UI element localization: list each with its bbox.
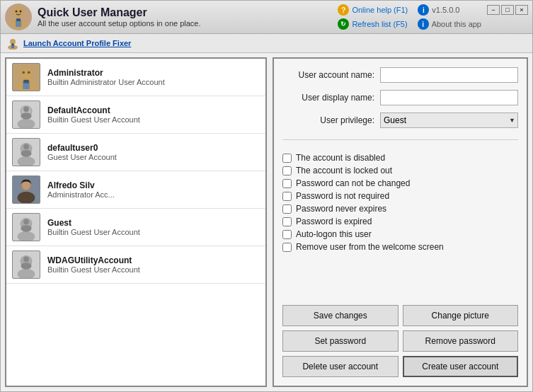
checkbox-not-required[interactable]: Password is not required <box>282 191 518 201</box>
close-button[interactable]: × <box>515 5 528 15</box>
user-item[interactable]: DefaultAccount Builtin Guest User Accoun… <box>6 96 265 134</box>
checkbox-locked-input[interactable] <box>282 166 292 175</box>
svg-point-27 <box>18 192 35 204</box>
change-picture-button[interactable]: Change picture <box>403 305 519 326</box>
checkbox-disabled-label: The account is disabled <box>296 153 385 163</box>
account-name-label: User account name: <box>282 70 374 80</box>
checkbox-expired[interactable]: Password is expired <box>282 217 518 226</box>
svg-point-24 <box>21 150 31 157</box>
window-controls: − □ × <box>487 4 528 15</box>
checkbox-never-expires[interactable]: Password never expires <box>282 204 518 214</box>
user-item[interactable]: defaultuser0 Guest User Account <box>6 134 265 171</box>
account-name-input[interactable] <box>380 67 518 83</box>
header-links: ? Online help (F1) i v1.5.0.0 ↻ Refresh … <box>338 4 481 30</box>
user-info: Administrator Builtin Administrator User… <box>47 68 260 86</box>
checkbox-autologon[interactable]: Auto-logon this user <box>282 229 518 239</box>
save-changes-button[interactable]: Save changes <box>282 305 399 326</box>
checkbox-never-expires-input[interactable] <box>282 204 292 214</box>
online-help-link[interactable]: ? Online help (F1) <box>338 4 408 16</box>
svg-point-22 <box>18 156 35 166</box>
user-list-panel: Administrator Builtin Administrator User… <box>5 57 267 387</box>
maximize-button[interactable]: □ <box>501 5 514 15</box>
privilege-select[interactable]: Guest Standard Administrator <box>380 113 518 128</box>
checkbox-expired-input[interactable] <box>282 217 292 226</box>
svg-point-32 <box>21 225 31 232</box>
user-item[interactable]: Guest Builtin Guest User Account <box>6 209 265 246</box>
checkbox-not-required-label: Password is not required <box>296 191 389 201</box>
user-info: WDAGUtilityAccount Builtin Guest User Ac… <box>47 255 260 274</box>
user-name: WDAGUtilityAccount <box>47 255 260 265</box>
app-subtitle: All the user account setup options in on… <box>38 19 332 28</box>
user-info: DefaultAccount Builtin Guest User Accoun… <box>47 105 260 124</box>
checkbox-not-required-input[interactable] <box>282 192 292 201</box>
version-label: i v1.5.0.0 <box>418 4 459 16</box>
checkbox-disabled[interactable]: The account is disabled <box>282 153 518 163</box>
user-desc: Builtin Guest User Account <box>47 265 260 274</box>
checkbox-disabled-input[interactable] <box>282 154 292 163</box>
form-divider <box>282 139 518 140</box>
privilege-select-wrapper: Guest Standard Administrator ▼ <box>380 113 518 128</box>
checkbox-autologon-input[interactable] <box>282 230 292 239</box>
checkbox-no-change[interactable]: Password can not be changed <box>282 178 518 188</box>
svg-point-5 <box>20 11 22 13</box>
svg-rect-9 <box>12 44 14 46</box>
checkbox-no-change-input[interactable] <box>282 179 292 188</box>
checkboxes-section: The account is disabled The account is l… <box>282 153 518 252</box>
checkbox-never-expires-label: Password never expires <box>296 204 386 214</box>
svg-rect-3 <box>16 18 21 21</box>
launch-icon <box>6 37 19 50</box>
svg-point-0 <box>13 6 24 18</box>
main-content: Administrator Builtin Administrator User… <box>1 53 532 391</box>
about-link[interactable]: i About this app <box>418 18 481 30</box>
user-avatar <box>12 175 40 204</box>
remove-password-button[interactable]: Remove password <box>403 330 519 352</box>
set-password-button[interactable]: Set password <box>282 330 399 352</box>
user-avatar <box>12 63 40 91</box>
help-icon: ? <box>338 4 349 16</box>
version-icon: i <box>418 4 429 16</box>
title-bar: Quick User Manager All the user account … <box>1 1 532 34</box>
privilege-label: User privilege: <box>282 115 374 125</box>
svg-point-20 <box>21 113 31 120</box>
svg-point-19 <box>23 107 29 113</box>
delete-account-button[interactable]: Delete user account <box>282 356 399 377</box>
user-info: Guest Builtin Guest User Account <box>47 218 260 236</box>
buttons-section: Save changes Change picture Set password… <box>282 305 518 377</box>
user-name: defaultuser0 <box>47 143 260 153</box>
checkbox-locked[interactable]: The account is locked out <box>282 166 518 175</box>
account-name-row: User account name: <box>282 67 518 83</box>
checkbox-locked-label: The account is locked out <box>296 166 392 175</box>
checkbox-remove-welcome-input[interactable] <box>282 243 292 252</box>
app-icon <box>5 4 32 30</box>
create-account-button[interactable]: Create user account <box>403 356 519 377</box>
svg-point-4 <box>16 11 18 13</box>
refresh-icon: ↻ <box>338 18 349 30</box>
refresh-link[interactable]: ↻ Refresh list (F5) <box>338 18 407 30</box>
launch-profile-fixer-link[interactable]: Launch Account Profile Fixer <box>23 39 131 47</box>
svg-rect-13 <box>23 80 29 83</box>
display-name-input[interactable] <box>380 90 518 105</box>
title-text: Quick User Manager All the user account … <box>38 6 332 28</box>
display-name-label: User display name: <box>282 93 374 103</box>
user-details-panel: User account name: User display name: Us… <box>273 57 528 387</box>
user-desc: Administrator Acc... <box>47 190 260 199</box>
minimize-button[interactable]: − <box>487 5 500 15</box>
user-item[interactable]: Administrator Builtin Administrator User… <box>6 59 265 96</box>
user-desc: Builtin Guest User Account <box>47 115 260 124</box>
user-name: Administrator <box>47 68 260 78</box>
user-name: DefaultAccount <box>47 105 260 115</box>
svg-point-31 <box>23 219 29 225</box>
svg-point-34 <box>18 269 35 279</box>
user-desc: Builtin Administrator User Account <box>47 78 260 86</box>
svg-point-10 <box>20 67 33 81</box>
user-item[interactable]: WDAGUtilityAccount Builtin Guest User Ac… <box>6 246 265 284</box>
checkbox-remove-welcome-label: Remove user from the welcome screen <box>296 242 444 252</box>
checkbox-autologon-label: Auto-logon this user <box>296 229 372 239</box>
svg-point-36 <box>21 263 31 270</box>
checkbox-remove-welcome[interactable]: Remove user from the welcome screen <box>282 242 518 252</box>
checkbox-expired-label: Password is expired <box>296 217 372 226</box>
user-item[interactable]: Alfredo Silv Administrator Acc... <box>6 171 265 209</box>
main-window: Quick User Manager All the user account … <box>0 0 533 392</box>
user-info: Alfredo Silv Administrator Acc... <box>47 180 260 199</box>
user-desc: Builtin Guest User Account <box>47 228 260 236</box>
